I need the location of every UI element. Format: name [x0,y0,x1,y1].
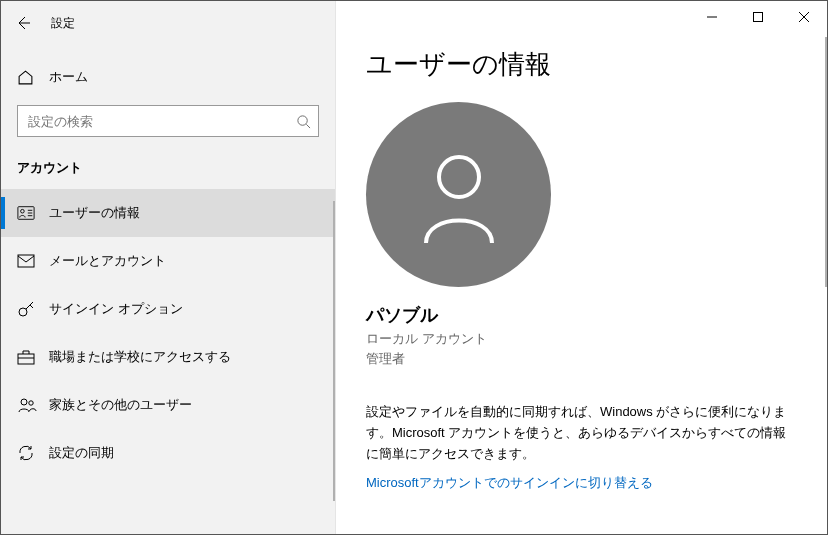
content: ユーザーの情報 パソブル ローカル アカウント 管理者 設定やファイルを自動的に… [336,1,827,534]
sidebar-item-label: 設定の同期 [41,444,114,462]
svg-rect-5 [18,354,34,364]
briefcase-icon [17,349,41,365]
search-container [17,105,319,137]
user-silhouette-icon [414,145,504,245]
info-paragraph: 設定やファイルを自動的に同期すれば、Windows がさらに便利になります。Mi… [366,402,797,464]
key-icon [17,300,41,318]
svg-point-7 [29,401,33,405]
sidebar-item-user-info[interactable]: ユーザーの情報 [1,189,335,237]
sidebar-item-label: ユーザーの情報 [41,204,140,222]
sidebar: 設定 ホーム アカウント ユーザーの情報 [1,1,336,534]
svg-point-6 [21,399,27,405]
search-input[interactable] [17,105,319,137]
sidebar-item-sync-settings[interactable]: 設定の同期 [1,429,335,477]
sidebar-item-label: サインイン オプション [41,300,183,318]
user-role: 管理者 [366,349,797,369]
sidebar-item-family-users[interactable]: 家族とその他のユーザー [1,381,335,429]
back-arrow-icon [15,15,31,31]
sidebar-item-label: 職場または学校にアクセスする [41,348,231,366]
sync-icon [17,444,41,462]
svg-point-4 [19,308,27,316]
home-label: ホーム [41,68,88,86]
titlebar: 設定 [1,1,335,45]
back-button[interactable] [1,1,45,45]
people-icon [17,397,41,413]
page-title: ユーザーの情報 [366,47,797,82]
switch-to-ms-account-link[interactable]: Microsoftアカウントでのサインインに切り替える [366,474,653,492]
window-title: 設定 [45,15,75,32]
sidebar-item-label: 家族とその他のユーザー [41,396,192,414]
scrollbar[interactable] [333,201,335,501]
sidebar-item-label: メールとアカウント [41,252,166,270]
user-card-icon [17,204,41,222]
svg-point-9 [439,157,479,197]
svg-rect-3 [18,255,34,267]
category-header: アカウント [1,137,335,189]
user-name: パソブル [366,303,797,327]
avatar [366,102,551,287]
scrollbar[interactable] [825,37,827,287]
sidebar-item-email-accounts[interactable]: メールとアカウント [1,237,335,285]
home-icon [17,69,41,86]
content-pane: ユーザーの情報 パソブル ローカル アカウント 管理者 設定やファイルを自動的に… [336,1,827,534]
mail-icon [17,254,41,268]
sidebar-item-signin-options[interactable]: サインイン オプション [1,285,335,333]
sidebar-item-work-school[interactable]: 職場または学校にアクセスする [1,333,335,381]
user-account-type: ローカル アカウント [366,329,797,349]
svg-point-2 [21,209,25,213]
home-button[interactable]: ホーム [1,57,335,97]
